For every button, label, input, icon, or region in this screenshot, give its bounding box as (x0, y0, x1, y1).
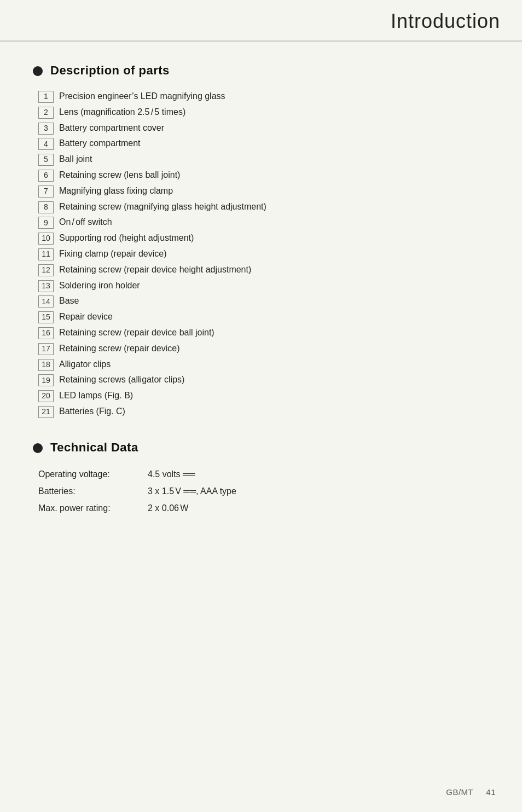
tech-row: Operating voltage:4.5 volts ══ (38, 467, 489, 482)
item-label: Retaining screw (repair device ball join… (59, 326, 489, 340)
item-label: Ball joint (59, 153, 489, 166)
item-label: Base (59, 294, 489, 308)
item-label: Retaining screw (repair device height ad… (59, 263, 489, 277)
list-item: 11Fixing clamp (repair device) (38, 247, 489, 261)
list-item: 15Repair device (38, 310, 489, 324)
item-number: 10 (38, 233, 54, 245)
description-section-heading: Description of parts (33, 63, 489, 78)
technical-section: Technical Data Operating voltage:4.5 vol… (33, 440, 489, 516)
list-item: 2Lens (magnification 2.5 / 5 times) (38, 106, 489, 119)
technical-section-title: Technical Data (50, 440, 138, 455)
list-item: 3Battery compartment cover (38, 121, 489, 135)
list-item: 7Magnifying glass fixing clamp (38, 184, 489, 198)
list-item: 4Battery compartment (38, 137, 489, 150)
item-number: 2 (38, 107, 54, 119)
parts-list: 1Precision engineer’s LED magnifying gla… (38, 90, 489, 419)
item-number: 12 (38, 264, 54, 276)
item-label: Repair device (59, 310, 489, 324)
item-label: Retaining screw (repair device) (59, 342, 489, 356)
item-number: 19 (38, 374, 54, 386)
item-label: Lens (magnification 2.5 / 5 times) (59, 106, 489, 119)
footer-region: GB/MT (446, 787, 473, 797)
item-number: 6 (38, 170, 54, 182)
item-number: 21 (38, 406, 54, 418)
item-number: 3 (38, 123, 54, 135)
list-item: 14Base (38, 294, 489, 308)
list-item: 6Retaining screw (lens ball joint) (38, 169, 489, 182)
list-item: 13Soldering iron holder (38, 279, 489, 293)
item-label: Supporting rod (height adjustment) (59, 231, 489, 245)
item-label: On / off switch (59, 216, 489, 229)
item-number: 14 (38, 295, 54, 308)
item-number: 7 (38, 185, 54, 198)
page-title: Introduction (391, 10, 500, 33)
list-item: 12Retaining screw (repair device height … (38, 263, 489, 277)
item-number: 1 (38, 91, 54, 103)
item-label: Retaining screw (magnifying glass height… (59, 200, 489, 214)
list-item: 19Retaining screws (alligator clips) (38, 373, 489, 387)
list-item: 18Alligator clips (38, 358, 489, 372)
description-section-title: Description of parts (50, 63, 170, 78)
footer: GB/MT 41 (446, 787, 496, 797)
list-item: 16Retaining screw (repair device ball jo… (38, 326, 489, 340)
item-number: 8 (38, 201, 54, 213)
list-item: 8Retaining screw (magnifying glass heigh… (38, 200, 489, 214)
tech-data-table: Operating voltage:4.5 volts ══Batteries:… (38, 467, 489, 516)
page: Introduction Description of parts 1Preci… (0, 0, 522, 812)
footer-page-number: 41 (486, 787, 496, 797)
item-number: 15 (38, 311, 54, 323)
bullet-icon-tech (33, 443, 43, 453)
tech-value: 3 x 1.5 V ══, AAA type (148, 484, 236, 498)
item-label: Alligator clips (59, 358, 489, 372)
item-number: 17 (38, 343, 54, 355)
item-label: Fixing clamp (repair device) (59, 247, 489, 261)
item-number: 5 (38, 154, 54, 166)
item-number: 11 (38, 248, 54, 260)
tech-value: 4.5 volts ══ (148, 467, 195, 482)
list-item: 17Retaining screw (repair device) (38, 342, 489, 356)
tech-label: Max. power rating: (38, 501, 148, 515)
item-number: 18 (38, 359, 54, 371)
tech-value: 2 x 0.06 W (148, 501, 188, 515)
list-item: 1Precision engineer’s LED magnifying gla… (38, 90, 489, 103)
item-number: 9 (38, 217, 54, 229)
item-label: Battery compartment (59, 137, 489, 150)
item-label: Precision engineer’s LED magnifying glas… (59, 90, 489, 103)
list-item: 10Supporting rod (height adjustment) (38, 231, 489, 245)
list-item: 9On / off switch (38, 216, 489, 229)
bullet-icon (33, 66, 43, 76)
list-item: 21Batteries (Fig. C) (38, 405, 489, 419)
item-number: 13 (38, 280, 54, 292)
item-label: Retaining screw (lens ball joint) (59, 169, 489, 182)
list-item: 20LED lamps (Fig. B) (38, 389, 489, 403)
item-number: 16 (38, 327, 54, 339)
item-label: Retaining screws (alligator clips) (59, 373, 489, 387)
item-label: Battery compartment cover (59, 121, 489, 135)
page-header: Introduction (0, 0, 522, 42)
item-number: 20 (38, 390, 54, 402)
tech-row: Batteries:3 x 1.5 V ══, AAA type (38, 484, 489, 498)
item-number: 4 (38, 138, 54, 150)
technical-section-heading: Technical Data (33, 440, 489, 455)
item-label: Batteries (Fig. C) (59, 405, 489, 419)
main-content: Description of parts 1Precision engineer… (0, 42, 522, 540)
item-label: Magnifying glass fixing clamp (59, 184, 489, 198)
item-label: LED lamps (Fig. B) (59, 389, 489, 403)
tech-label: Operating voltage: (38, 467, 148, 482)
list-item: 5Ball joint (38, 153, 489, 166)
item-label: Soldering iron holder (59, 279, 489, 293)
tech-label: Batteries: (38, 484, 148, 498)
tech-row: Max. power rating:2 x 0.06 W (38, 501, 489, 515)
